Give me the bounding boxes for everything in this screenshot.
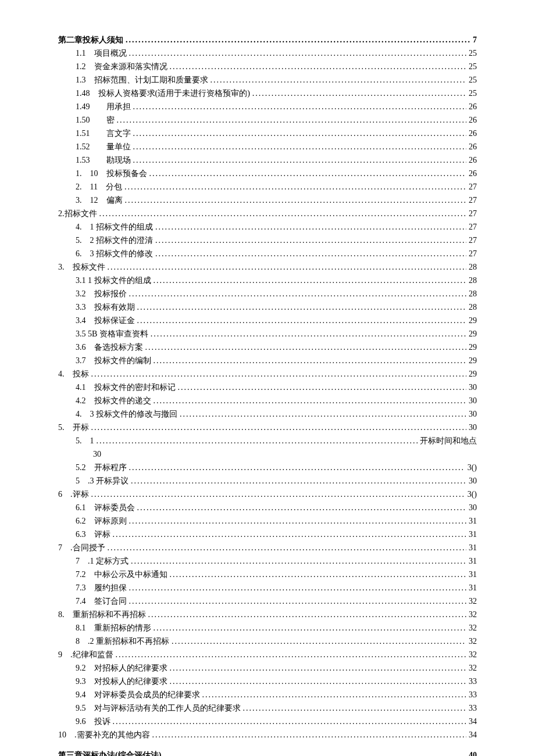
toc-entry[interactable]: 3.2 投标报价28 <box>76 288 477 300</box>
toc-entry[interactable]: 7.4 签订合同32 <box>76 595 477 607</box>
toc-entry[interactable]: 3.3 投标有效期28 <box>76 301 477 313</box>
toc-entry[interactable]: 4.2 投标文件的递交30 <box>76 395 477 407</box>
toc-page-number: 34 <box>469 729 477 741</box>
toc-page-number: 31 <box>469 528 477 540</box>
toc-entry[interactable]: 8. 重新招标和不再招标32 <box>58 608 477 621</box>
toc-label: 4. 3 投标文件的修改与撤回 <box>76 408 177 420</box>
toc-label: 4.2 投标文件的递交 <box>76 395 151 407</box>
toc-entry[interactable]: 8.1 重新招标的情形32 <box>76 622 477 634</box>
toc-entry[interactable]: 7.3 履约担保31 <box>76 582 477 594</box>
toc-entry[interactable]: 9.4 对评标委员会成员的纪律要求33 <box>76 689 477 701</box>
leader-dots <box>152 729 467 741</box>
toc-entry[interactable]: 4. 1 招标文件的组成27 <box>76 221 477 233</box>
toc-entry[interactable]: 4.1 投标文件的密封和标记30 <box>76 381 477 393</box>
toc-entry[interactable]: 9.5 对与评标活动有关的工作人员的纪律要求33 <box>76 702 477 714</box>
toc-entry[interactable]: 2. 11 分包27 <box>76 181 477 193</box>
toc-entry[interactable]: 6 .评标3() <box>58 488 477 500</box>
toc-entry[interactable]: 7.2 中标公示及中标通知31 <box>76 568 477 581</box>
toc-label: 1.53 勘现场 <box>76 154 131 166</box>
toc-label: 第二章投标人须知 <box>58 34 123 46</box>
toc-entry[interactable]: 9.3 对投标人的纪律要求33 <box>76 675 477 687</box>
leader-dots <box>133 101 467 113</box>
toc-page-number: 33 <box>469 689 477 701</box>
toc-page-number: 25 <box>469 87 477 99</box>
toc-label: 10 .需要补充的其他内容 <box>58 729 150 741</box>
toc-entry[interactable]: 6.2 评标原则31 <box>76 515 477 527</box>
toc-entry[interactable]: 第二章投标人须知7 <box>58 34 477 46</box>
toc-entry[interactable]: 2.招标文件27 <box>58 207 477 220</box>
toc-entry[interactable]: 1.50 密26 <box>76 114 477 126</box>
toc-entry[interactable]: 9.2 对招标人的纪律要求32 <box>76 662 477 674</box>
toc-entry[interactable]: 5. 2 招标文件的澄清27 <box>76 234 477 246</box>
leader-dots <box>155 248 466 260</box>
toc-entry[interactable]: 1.48 投标人资格要求(适用于未进行资格预审的)25 <box>76 87 477 99</box>
toc-entry[interactable]: 5.2 开标程序3() <box>76 461 477 474</box>
toc-label: 1. 10 投标预备会 <box>76 167 147 180</box>
toc-label: 7.2 中标公示及中标通知 <box>76 568 167 581</box>
toc-page-number: 开标时间和地点 <box>420 435 477 447</box>
toc-entry[interactable]: 8 .2 重新招标和不再招标32 <box>76 635 477 647</box>
toc-label: 3.5 5B 资格审查资料 <box>76 328 148 340</box>
toc-entry[interactable]: 6.1 评标委员会30 <box>76 501 477 514</box>
toc-entry[interactable]: 1.49 用承担26 <box>76 101 477 113</box>
toc-entry[interactable]: 1.52 量单位26 <box>76 141 477 153</box>
toc-entry[interactable]: 3.5 5B 资格审查资料29 <box>76 328 477 340</box>
toc-label: 7.3 履约担保 <box>76 582 127 594</box>
toc-entry[interactable]: 3.6 备选投标方案29 <box>76 341 477 353</box>
toc-entry[interactable]: 6. 3 招标文件的修改27 <box>76 248 477 260</box>
leader-dots <box>133 154 467 166</box>
toc-entry[interactable]: 第三章评标办法(综合评估法)40 <box>58 749 477 756</box>
leader-dots <box>151 328 466 340</box>
toc-entry[interactable]: 4. 投标29 <box>58 368 477 380</box>
toc-label: 3.2 投标报价 <box>76 288 127 300</box>
toc-page-number: 26 <box>469 154 477 166</box>
toc-entry[interactable]: 7 .1 定标方式31 <box>76 555 477 567</box>
toc-entry[interactable]: 1.53 勘现场26 <box>76 154 477 166</box>
toc-entry[interactable]: 1.51 言文字26 <box>76 127 477 139</box>
leader-dots <box>99 207 467 220</box>
toc-entry[interactable]: 3.4 投标保证金29 <box>76 314 477 327</box>
toc-entry[interactable]: 9 .纪律和监督32 <box>58 648 477 661</box>
toc-entry[interactable]: 3.1 1 投标文件的组成28 <box>76 274 477 286</box>
toc-entry[interactable]: 3. 12 偏离27 <box>76 194 477 206</box>
toc-entry[interactable]: 1.2 资金来源和落实情况25 <box>76 60 477 73</box>
toc-entry[interactable]: 6.3 评标31 <box>76 528 477 540</box>
toc-label: 9.5 对与评标活动有关的工作人员的纪律要求 <box>76 702 241 714</box>
toc-label: 9.2 对招标人的纪律要求 <box>76 662 167 674</box>
toc-entry[interactable]: 3. 投标文件28 <box>58 261 477 273</box>
toc-entry[interactable]: 4. 3 投标文件的修改与撤回30 <box>76 408 477 420</box>
toc-page-number: 33 <box>469 702 477 714</box>
toc-label: 5. 开标 <box>58 421 89 433</box>
toc-page-number: 25 <box>469 74 477 86</box>
toc-page-number: 40 <box>469 749 477 756</box>
toc-label: 3.7 投标文件的编制 <box>76 354 151 367</box>
toc-page-number: 30 <box>469 381 477 393</box>
leader-dots <box>155 234 466 246</box>
leader-dots <box>243 702 467 714</box>
leader-dots <box>137 301 467 313</box>
leader-dots <box>172 635 466 647</box>
toc-page-number: 32 <box>469 622 477 634</box>
toc-entry[interactable]: 5. 1开标时间和地点 <box>76 435 477 447</box>
toc-entry[interactable]: 1. 10 投标预备会26 <box>76 167 477 180</box>
toc-label: 2. 11 分包 <box>76 181 122 193</box>
toc-entry[interactable]: 5 .3 开标异议30 <box>76 475 477 487</box>
toc-entry[interactable]: 1.3 招标范围、计划工期和质量要求25 <box>76 74 477 86</box>
toc-entry[interactable]: 7 .合同授予31 <box>58 542 477 554</box>
leader-dots <box>145 341 467 353</box>
toc-page-number: 29 <box>469 341 477 353</box>
toc-entry[interactable]: 1.1 项目概况25 <box>76 47 477 59</box>
toc-page-number: 33 <box>469 675 477 687</box>
toc-label: 3.6 备选投标方案 <box>76 341 143 353</box>
leader-dots <box>117 114 467 126</box>
toc-entry[interactable]: 9.6 投诉34 <box>76 715 477 728</box>
leader-dots <box>178 381 467 393</box>
toc-entry[interactable]: 10 .需要补充的其他内容34 <box>58 729 477 741</box>
toc-label: 6.1 评标委员会 <box>76 501 135 514</box>
toc-entry[interactable]: 5. 开标30 <box>58 421 477 433</box>
toc-entry[interactable]: 3.7 投标文件的编制29 <box>76 354 477 367</box>
toc-label: 6.2 评标原则 <box>76 515 127 527</box>
leader-dots <box>97 435 418 447</box>
toc-label: 2.招标文件 <box>58 207 97 220</box>
toc-wrap-text: 30 <box>93 448 477 460</box>
